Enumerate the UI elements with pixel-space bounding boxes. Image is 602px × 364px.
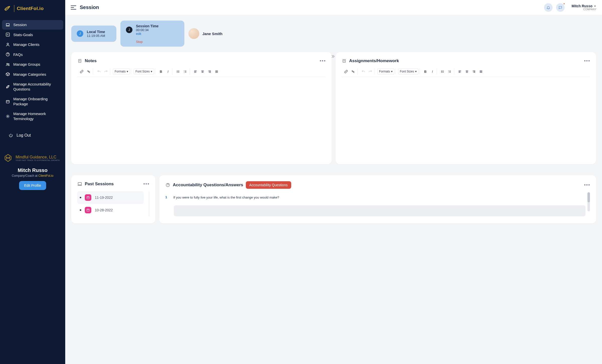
accountability-title: Accountability Questions/Answers	[173, 183, 243, 188]
redo-button[interactable]	[367, 68, 373, 75]
sidebar-item-accountability[interactable]: Manage Accountability Questions	[2, 79, 63, 94]
undo-button[interactable]	[96, 68, 102, 75]
past-session-item[interactable]: 10-28-2022	[77, 204, 144, 216]
sidebar-item-label: Manage Accountability Questions	[13, 82, 60, 92]
unlink-button[interactable]	[85, 68, 92, 75]
question-icon	[6, 52, 10, 57]
brand-logo[interactable]: ClientFol.io	[0, 0, 65, 19]
box-icon	[6, 72, 10, 76]
formats-select[interactable]: Formats ▾	[113, 68, 130, 74]
align-center-button[interactable]	[199, 68, 206, 75]
profile-company: COMPANY	[583, 8, 596, 11]
fontsizes-select[interactable]: Font Sizes ▾	[134, 68, 154, 74]
sidebar-item-stats[interactable]: Stats-Goals	[2, 30, 63, 40]
link-button[interactable]	[343, 68, 349, 75]
bold-button[interactable]: B	[158, 68, 164, 75]
past-session-date: 10-28-2022	[95, 208, 113, 212]
sidebar-item-label: Manage Groups	[13, 62, 40, 67]
question-row: 1 If you were to fully live your life, w…	[165, 195, 585, 200]
assignments-panel: Assignments/Homework ••• Fo	[336, 52, 596, 164]
answer-input[interactable]	[174, 205, 585, 216]
notifications-button[interactable]	[544, 3, 553, 12]
session-time-card: J Session Time 00:00:34 edit Stop	[120, 21, 184, 47]
calendar-icon	[85, 207, 91, 213]
svg-rect-6	[6, 100, 9, 103]
chat-icon	[558, 6, 562, 10]
sidebar-item-label: Stats-Goals	[13, 32, 33, 37]
assignments-menu-button[interactable]: •••	[584, 58, 590, 64]
sidebar-user-name: Mitch Russo	[4, 167, 61, 173]
assignment-icon	[342, 58, 347, 63]
profile-dropdown[interactable]: Mitch Russo COMPANY	[572, 4, 596, 11]
local-time-label: Local Time	[87, 30, 105, 34]
bullet-icon	[80, 197, 81, 198]
sidebar-item-groups[interactable]: Manage Groups	[2, 60, 63, 69]
bullet-list-button[interactable]	[175, 68, 182, 75]
italic-button[interactable]: I	[165, 68, 171, 75]
numbered-list-button[interactable]	[182, 68, 189, 75]
notes-menu-button[interactable]: •••	[320, 58, 326, 64]
sessions-icon	[77, 181, 82, 187]
align-left-button[interactable]	[457, 68, 463, 75]
bold-button[interactable]: B	[422, 68, 429, 75]
edit-session-link[interactable]: edit	[136, 32, 159, 36]
fontsizes-select[interactable]: Font Sizes ▾	[398, 68, 418, 74]
align-center-button[interactable]	[464, 68, 470, 75]
client-avatar	[188, 28, 199, 39]
sidebar-item-session[interactable]: Session	[2, 20, 63, 30]
logout-button[interactable]: Log Out	[2, 131, 63, 140]
align-right-button[interactable]	[471, 68, 477, 75]
svg-point-9	[177, 70, 177, 71]
sidebar-item-faqs[interactable]: FAQs	[2, 50, 63, 59]
unlink-button[interactable]	[350, 68, 356, 75]
undo-button[interactable]	[360, 68, 366, 75]
status-row: J Local Time 11:19:05 AM J Session Time …	[71, 21, 596, 47]
svg-point-11	[177, 72, 177, 72]
company-logo-icon	[3, 153, 13, 163]
accountability-questions-button[interactable]: Accountability Questions	[246, 181, 291, 189]
assignments-editor[interactable]	[342, 77, 590, 157]
logo-icon	[4, 5, 12, 13]
past-session-item[interactable]: 11-19-2022	[77, 191, 144, 204]
numbered-list-button[interactable]	[446, 68, 453, 75]
sidebar-item-label: Manage Onboarding Package	[13, 97, 60, 106]
question-circle-icon	[165, 183, 170, 188]
notes-panel: Notes ••• Formats ▾	[71, 52, 332, 164]
sidebar-item-categories[interactable]: Manage Categories	[2, 70, 63, 79]
align-justify-button[interactable]	[213, 68, 220, 75]
align-right-button[interactable]	[206, 68, 213, 75]
formats-select[interactable]: Formats ▾	[377, 68, 394, 74]
sidebar-item-clients[interactable]: Manage Clients	[2, 40, 63, 49]
align-justify-button[interactable]	[478, 68, 484, 75]
logout-label: Log Out	[17, 133, 31, 138]
svg-point-7	[7, 116, 9, 117]
scrollbar[interactable]	[587, 192, 590, 211]
messages-button[interactable]	[556, 3, 565, 12]
client-block[interactable]: Jane Smith	[188, 28, 222, 39]
align-left-button[interactable]	[192, 68, 199, 75]
redo-button[interactable]	[103, 68, 109, 75]
accountability-menu-button[interactable]: •••	[584, 182, 590, 188]
link-button[interactable]	[78, 68, 85, 75]
svg-rect-0	[6, 24, 9, 26]
sidebar-item-terminology[interactable]: Manage Homework Terminology	[2, 109, 63, 123]
bullet-list-button[interactable]	[439, 68, 446, 75]
notes-editor[interactable]	[77, 77, 326, 157]
italic-button[interactable]: I	[429, 68, 436, 75]
svg-point-14	[441, 71, 442, 71]
menu-toggle-button[interactable]	[71, 6, 76, 10]
svg-point-2	[7, 43, 9, 45]
sidebar-item-onboarding[interactable]: Manage Onboarding Package	[2, 94, 63, 109]
past-session-date: 11-19-2022	[95, 196, 113, 200]
sidebar-item-label: Manage Clients	[13, 42, 39, 47]
collapse-panel-button[interactable]	[330, 54, 336, 59]
sidebar-item-label: Session	[13, 22, 27, 27]
svg-point-10	[177, 71, 177, 71]
stop-session-button[interactable]: Stop	[136, 40, 179, 44]
past-sessions-menu-button[interactable]: •••	[144, 181, 149, 187]
main-area: Session Mitch Russo COMPANY J	[65, 0, 602, 364]
topbar: Session Mitch Russo COMPANY	[65, 0, 602, 15]
leaf-icon	[6, 84, 10, 89]
local-time-value: 11:19:05 AM	[87, 34, 105, 38]
edit-profile-button[interactable]: Edit Profile	[19, 181, 46, 190]
